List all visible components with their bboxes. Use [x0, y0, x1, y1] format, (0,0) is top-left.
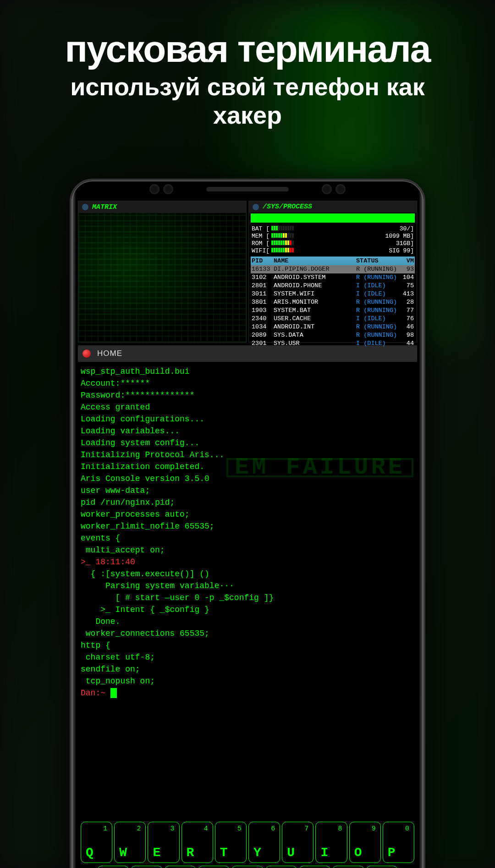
hero-subtitle-1: используй свой телефон как	[0, 72, 495, 101]
key-i[interactable]: 8I	[315, 822, 347, 863]
console-line: events {	[81, 532, 414, 544]
key-y[interactable]: 6Y	[248, 822, 280, 863]
console-line: Parsing system variable···	[81, 580, 414, 592]
console-line: worker_connections 65535;	[81, 628, 414, 639]
key-j[interactable]: =J	[299, 866, 330, 868]
console-tab-home[interactable]: HOME	[78, 345, 417, 362]
phone-frame: MATRIX /SYS/PROCESS BAT [ 30/]	[70, 179, 425, 868]
console-output[interactable]: EM FAILURE wsp_stp_auth_build.buiAccount…	[78, 362, 417, 774]
console-line: sendfile on;	[81, 663, 414, 675]
key-h[interactable]: +H	[265, 866, 297, 868]
console-line: Loading configurations...	[81, 413, 414, 425]
process-row[interactable]: 2089SYS.DATAR (RUNNING)98	[251, 331, 415, 339]
console-line: Loading system config...	[81, 437, 414, 449]
console-prompt: Dan:~	[81, 688, 105, 698]
system-failure-overlay: EM FAILURE	[226, 458, 413, 477]
console-line: multi_accept on;	[81, 544, 414, 556]
console-line: user www-data;	[81, 485, 414, 497]
console-line: pid /run/nginx.pid;	[81, 497, 414, 508]
key-l[interactable]: )L	[366, 866, 398, 868]
process-row[interactable]: 3801ARIS.MONITORR (RUNNING)28	[251, 298, 415, 306]
process-row[interactable]: 3011SYSTEM.WIFII (IDLE)413	[251, 290, 415, 298]
keyboard[interactable]: 1Q2W3E4R5T6Y7U8I9O0P @A#S&D*F-G+H=J(K)L	[78, 818, 417, 868]
hero-title: пусковая терминала	[0, 27, 495, 71]
sys-process-panel[interactable]: /SYS/PROCESS BAT [ 30/] MEM [ 1099 MB]	[248, 201, 417, 343]
key-u[interactable]: 7U	[282, 822, 314, 863]
console-line: Loading variables...	[81, 425, 414, 437]
key-d[interactable]: &D	[165, 866, 196, 868]
console-line: { :[system.execute()] ()	[81, 568, 414, 580]
process-row[interactable]: 1903SYSTEM.BATR (RUNNING)77	[251, 306, 415, 315]
console-line: worker_processes auto;	[81, 508, 414, 520]
key-g[interactable]: -G	[231, 866, 263, 868]
panel-dot-icon	[253, 204, 259, 210]
matrix-panel[interactable]: MATRIX	[78, 201, 247, 343]
stat-mem: MEM [ 1099 MB]	[249, 233, 417, 240]
key-f[interactable]: *F	[198, 866, 230, 868]
key-k[interactable]: (K	[332, 866, 364, 868]
key-r[interactable]: 4R	[182, 822, 213, 863]
process-row[interactable]: 16133DI.PIPING.DOGERR (RUNNING)93	[251, 265, 415, 273]
sys-panel-title: /SYS/PROCESS	[263, 203, 312, 211]
cpu-bar	[251, 213, 415, 223]
cursor-icon	[110, 688, 117, 698]
process-row[interactable]: 2301SYS.USRI (DILE)44	[251, 339, 415, 348]
key-t[interactable]: 5T	[215, 822, 247, 863]
matrix-rain	[78, 213, 246, 342]
console-line: worker_rlimit_nofile 65535;	[81, 520, 414, 532]
process-row[interactable]: 1034ANDROID.INTR (RUNNING)46	[251, 323, 415, 331]
key-a[interactable]: @A	[97, 866, 129, 868]
stat-wifi: WIFI[ SIG 99]	[249, 247, 417, 255]
key-w[interactable]: 2W	[114, 822, 146, 863]
console-line: charset utf-8;	[81, 651, 414, 663]
console-line: Account:******	[81, 377, 414, 389]
key-e[interactable]: 3E	[148, 822, 179, 863]
console-line-red: >_ 18:11:40	[81, 556, 414, 568]
hero-subtitle-2: хакер	[0, 101, 495, 129]
console-tab-label: HOME	[97, 349, 122, 358]
key-p[interactable]: 0P	[383, 822, 414, 863]
panel-dot-icon	[82, 204, 88, 210]
console-line: >_ Intent { _$config }	[81, 604, 414, 616]
key-q[interactable]: 1Q	[81, 822, 112, 863]
stat-rom: ROM [ 31GB]	[249, 240, 417, 247]
process-row[interactable]: 3102ANDROID.SYSTEMR (RUNNING)104	[251, 273, 415, 282]
console-line: [ # start —user 0 -p _$config ]}	[81, 592, 414, 604]
console-line: wsp_stp_auth_build.bui	[81, 366, 414, 377]
key-o[interactable]: 9O	[349, 822, 381, 863]
console-line: Done.	[81, 616, 414, 628]
process-table[interactable]: PID NAME STATUS VM 16133DI.PIPING.DOGERR…	[251, 257, 415, 348]
process-table-header: PID NAME STATUS VM	[251, 257, 415, 265]
process-row[interactable]: 2801ANDROID.PHONEI (IDLE)75	[251, 282, 415, 290]
matrix-panel-title: MATRIX	[92, 203, 117, 211]
record-icon	[82, 349, 91, 358]
console-line: Password:**************	[81, 389, 414, 401]
stat-bat: BAT [ 30/]	[249, 225, 417, 233]
key-s[interactable]: #S	[131, 866, 162, 868]
process-row[interactable]: 2340USER.CACHEI (IDLE)76	[251, 315, 415, 323]
console-line: tcp_nopush on;	[81, 675, 414, 687]
console-line: Access granted	[81, 401, 414, 413]
console-line: http {	[81, 639, 414, 651]
